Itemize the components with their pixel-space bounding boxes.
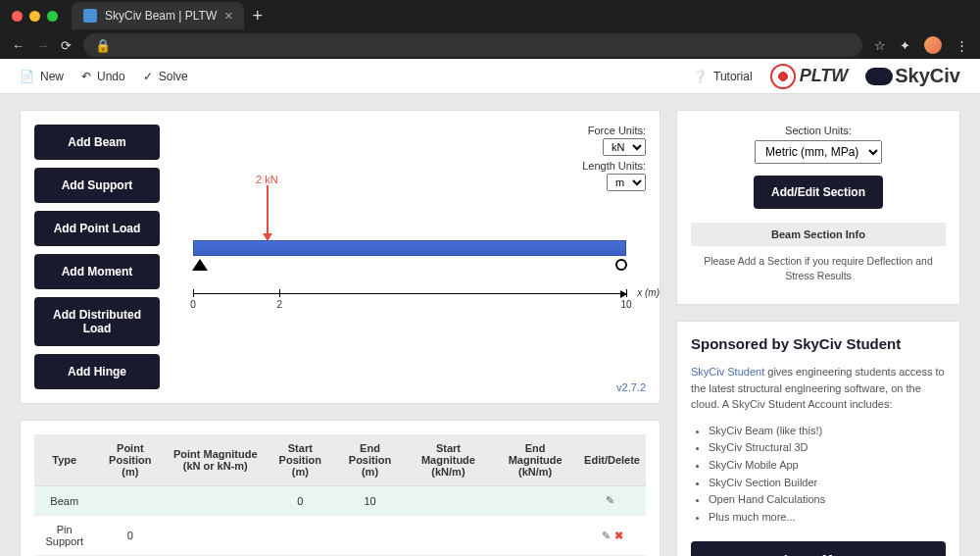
tick-0: 0 [190, 299, 196, 310]
actions-column: Add Beam Add Support Add Point Load Add … [34, 125, 160, 389]
elements-table: TypePoint Position (m)Point Magnitude (k… [34, 434, 646, 556]
table-row: Pin Support0✎✖ [34, 516, 646, 556]
new-button[interactable]: 📄 New [20, 70, 64, 83]
version-label: v2.7.2 [616, 381, 646, 393]
add-hinge-button[interactable]: Add Hinge [34, 354, 160, 389]
list-item: SkyCiv Section Builder [709, 475, 946, 492]
profile-avatar[interactable] [924, 36, 942, 54]
close-window-icon[interactable] [12, 11, 23, 22]
axis-label: x (m) [637, 287, 660, 298]
section-info-header: Beam Section Info [691, 223, 946, 246]
solve-button[interactable]: ✓ Solve [143, 70, 188, 83]
window-controls [12, 11, 58, 22]
reload-button[interactable]: ⟳ [61, 38, 72, 53]
list-item: Open Hand Calculations [709, 491, 946, 509]
add-point-load-button[interactable]: Add Point Load [34, 211, 160, 246]
lock-icon: 🔒 [95, 38, 111, 53]
table-header: Edit/Delete [578, 434, 646, 486]
length-units-select[interactable]: m [607, 174, 646, 191]
units-controls: Force Units: kN Length Units: m [582, 125, 646, 195]
tick-2: 2 [277, 299, 283, 310]
table-header: End Magnitude (kN/m) [492, 434, 578, 486]
tick-10: 10 [620, 299, 631, 310]
add-moment-button[interactable]: Add Moment [34, 254, 160, 289]
tab-title: SkyCiv Beam | PLTW [105, 9, 217, 23]
sponsor-panel: Sponsored by SkyCiv Student SkyCiv Stude… [676, 321, 960, 556]
atom-icon [770, 64, 796, 89]
table-header: Type [34, 434, 94, 486]
point-load-arrow-icon [267, 185, 269, 240]
elements-table-panel: TypePoint Position (m)Point Magnitude (k… [20, 420, 661, 556]
skyciv-student-link[interactable]: SkyCiv Student [691, 366, 764, 378]
back-button[interactable]: ← [12, 38, 24, 53]
beam-diagram: 2 kN 0 2 10 x (m) [173, 174, 646, 305]
add-edit-section-button[interactable]: Add/Edit Section [754, 176, 883, 209]
add-beam-button[interactable]: Add Beam [34, 125, 160, 160]
help-icon: ❔ [693, 70, 708, 83]
table-header: Point Position (m) [94, 434, 166, 486]
app-topbar: 📄 New ↶ Undo ✓ Solve ❔ Tutorial PLTW Sky… [0, 59, 980, 94]
delete-icon[interactable]: ✖ [614, 530, 623, 541]
check-icon: ✓ [143, 70, 153, 83]
section-units-label: Section Units: [691, 125, 946, 136]
extensions-icon[interactable]: ✦ [900, 38, 910, 53]
file-icon: 📄 [20, 70, 34, 83]
sponsor-title: Sponsored by SkyCiv Student [691, 335, 946, 352]
beam-canvas: Force Units: kN Length Units: m 2 kN [173, 125, 646, 389]
menu-icon[interactable]: ⋮ [956, 38, 968, 53]
table-row: Beam010✎ [34, 486, 646, 516]
edit-icon[interactable]: ✎ [602, 530, 611, 541]
table-header: Start Position (m) [265, 434, 335, 486]
section-panel: Section Units: Metric (mm, MPa) Add/Edit… [676, 110, 960, 305]
roller-support-icon [615, 259, 627, 271]
table-header: Point Magnitude (kN or kN-m) [166, 434, 265, 486]
beam-bar [193, 240, 626, 256]
address-bar[interactable]: 🔒 [83, 33, 862, 57]
table-header: Start Magnitude (kN/m) [405, 434, 492, 486]
star-icon[interactable]: ☆ [874, 38, 886, 53]
length-units-label: Length Units: [582, 160, 646, 172]
point-load-label: 2 kN [256, 174, 626, 185]
sponsor-desc: SkyCiv Student gives engineering student… [691, 364, 946, 413]
maximize-window-icon[interactable] [47, 11, 58, 22]
list-item: Plus much more... [709, 509, 946, 527]
table-header: End Position (m) [335, 434, 404, 486]
x-axis: 0 2 10 x (m) [193, 285, 626, 305]
undo-icon: ↶ [81, 70, 91, 83]
browser-tab[interactable]: SkyCiv Beam | PLTW × [72, 2, 244, 29]
sponsor-list: SkyCiv Beam (like this!)SkyCiv Structura… [709, 423, 946, 527]
favicon-icon [83, 9, 97, 23]
section-info-body: Please Add a Section if you require Defl… [691, 246, 946, 290]
minimize-window-icon[interactable] [29, 11, 40, 22]
undo-button[interactable]: ↶ Undo [81, 70, 125, 83]
tutorial-button[interactable]: ❔ Tutorial [693, 70, 753, 83]
browser-chrome: SkyCiv Beam | PLTW × + ← → ⟳ 🔒 ☆ ✦ ⋮ [0, 0, 980, 59]
add-support-button[interactable]: Add Support [34, 168, 160, 203]
new-tab-button[interactable]: + [252, 6, 263, 26]
section-units-select[interactable]: Metric (mm, MPa) [755, 140, 882, 164]
beam-editor-panel: Add Beam Add Support Add Point Load Add … [20, 110, 661, 404]
add-distributed-load-button[interactable]: Add Distributed Load [34, 297, 160, 346]
close-tab-icon[interactable]: × [224, 8, 232, 24]
list-item: SkyCiv Mobile App [709, 457, 946, 475]
edit-icon[interactable]: ✎ [606, 494, 614, 506]
learn-more-button[interactable]: Learn More [691, 541, 946, 556]
forward-button[interactable]: → [36, 38, 49, 53]
pltw-logo[interactable]: PLTW [770, 64, 849, 89]
force-units-label: Force Units: [582, 125, 646, 136]
cloud-icon [865, 68, 893, 85]
list-item: SkyCiv Beam (like this!) [709, 423, 946, 440]
force-units-select[interactable]: kN [603, 138, 646, 156]
list-item: SkyCiv Structural 3D [709, 439, 946, 457]
skyciv-logo[interactable]: SkyCiv [865, 65, 960, 87]
pin-support-icon [192, 259, 208, 271]
